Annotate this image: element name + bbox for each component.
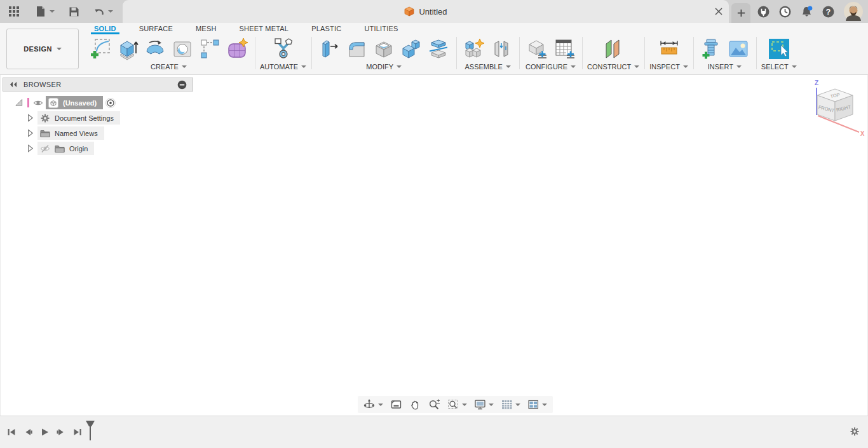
- notifications-button[interactable]: [801, 6, 813, 18]
- split-body-button[interactable]: [426, 36, 451, 62]
- step-back-button[interactable]: [23, 427, 32, 437]
- browser-row-root-component[interactable]: (Unsaved): [3, 96, 193, 109]
- pan-button[interactable]: [406, 396, 424, 413]
- automate-button[interactable]: [271, 36, 296, 62]
- visibility-off-eye-icon[interactable]: [40, 144, 50, 154]
- display-settings-icon: [474, 398, 486, 411]
- dropdown-caret-icon: [378, 404, 383, 406]
- selection-bar: [27, 98, 29, 107]
- browser-item-label: Origin: [69, 145, 88, 153]
- group-select: SELECT: [756, 34, 802, 74]
- offset-plane-button[interactable]: [600, 36, 626, 62]
- browser-row-named-views[interactable]: Named Views: [3, 126, 193, 140]
- minus-circle-icon[interactable]: [177, 80, 187, 90]
- extensions-button[interactable]: [757, 6, 770, 18]
- fillet-button[interactable]: [344, 36, 369, 62]
- save-button[interactable]: [64, 0, 84, 23]
- collapse-double-chevron-icon[interactable]: [9, 80, 18, 89]
- timeline-settings-button[interactable]: [850, 426, 860, 439]
- pan-hand-icon: [409, 398, 421, 411]
- create-form-button[interactable]: [224, 36, 250, 62]
- select-button[interactable]: [766, 36, 792, 62]
- tab-mesh[interactable]: MESH: [184, 23, 228, 34]
- new-tab-button[interactable]: [731, 3, 750, 23]
- document-tab[interactable]: Untitled: [123, 0, 729, 23]
- group-label-modify[interactable]: MODIFY: [366, 63, 402, 71]
- orbit-button[interactable]: [360, 396, 386, 413]
- dropdown-caret-icon: [515, 404, 520, 406]
- dropdown-caret-icon: [736, 65, 742, 68]
- workspace-label: DESIGN: [24, 45, 52, 53]
- grid-icon: [501, 398, 513, 411]
- combine-button[interactable]: [398, 36, 424, 62]
- rectangular-pattern-button[interactable]: [197, 36, 222, 62]
- root-component-chip[interactable]: (Unsaved): [46, 96, 103, 109]
- new-component-button[interactable]: [461, 36, 487, 62]
- revolve-button[interactable]: [142, 36, 168, 62]
- collapsed-triangle-icon[interactable]: [25, 113, 35, 123]
- extrude-button[interactable]: [115, 36, 140, 62]
- collapsed-triangle-icon[interactable]: [25, 128, 35, 138]
- job-status-button[interactable]: [779, 6, 791, 18]
- dropdown-caret-icon: [301, 65, 306, 68]
- activate-radio-icon[interactable]: [105, 98, 116, 108]
- measure-button[interactable]: [656, 36, 682, 62]
- ribbon: DESIGN SOLID SURFACE MESH SHEET METAL PL…: [0, 23, 868, 75]
- zoom-button[interactable]: [425, 396, 444, 413]
- browser-header: BROWSER: [3, 78, 193, 92]
- hole-button[interactable]: [170, 36, 195, 62]
- group-label-select[interactable]: SELECT: [761, 63, 797, 71]
- tab-solid[interactable]: SOLID: [83, 23, 128, 34]
- account-avatar[interactable]: [844, 2, 863, 21]
- group-label-configure[interactable]: CONFIGURE: [526, 63, 576, 71]
- tab-surface[interactable]: SURFACE: [128, 23, 184, 34]
- browser-row-origin[interactable]: Origin: [3, 142, 193, 155]
- create-sketch-button[interactable]: [88, 36, 113, 62]
- app-grid-button[interactable]: [4, 0, 24, 23]
- display-settings-button[interactable]: [471, 396, 497, 413]
- playhead-flag: [86, 421, 95, 426]
- group-label-assemble[interactable]: ASSEMBLE: [465, 63, 510, 71]
- group-label-construct[interactable]: CONSTRUCT: [587, 63, 639, 71]
- joint-icon: [490, 37, 513, 60]
- help-button[interactable]: ?: [822, 6, 834, 18]
- configuration-button[interactable]: [524, 36, 550, 62]
- collapsed-triangle-icon[interactable]: [25, 144, 35, 153]
- group-label-inspect[interactable]: INSPECT: [649, 63, 688, 71]
- zoom-window-fit-button[interactable]: [444, 396, 470, 413]
- shell-icon: [372, 37, 395, 60]
- configuration-table-button[interactable]: [552, 36, 577, 62]
- tab-utilities[interactable]: UTILITIES: [353, 23, 409, 34]
- press-pull-button[interactable]: [316, 36, 342, 62]
- close-tab-button[interactable]: [715, 8, 722, 15]
- tab-plastic[interactable]: PLASTIC: [300, 23, 353, 34]
- dropdown-caret-icon: [542, 404, 547, 406]
- visibility-eye-icon[interactable]: [33, 98, 43, 108]
- insert-fastener-button[interactable]: [698, 36, 724, 62]
- document-tab-title: Untitled: [419, 7, 447, 17]
- clock-icon: [779, 6, 791, 18]
- expanded-triangle-icon[interactable]: [14, 98, 24, 107]
- workspace-selector[interactable]: DESIGN: [6, 29, 79, 69]
- file-menu-button[interactable]: [31, 0, 59, 23]
- shell-button[interactable]: [371, 36, 397, 62]
- go-to-end-button[interactable]: [72, 427, 82, 437]
- dropdown-caret-icon: [108, 10, 113, 13]
- browser-row-document-settings[interactable]: Document Settings: [3, 111, 193, 125]
- viewports-button[interactable]: [524, 396, 550, 413]
- step-forward-button[interactable]: [56, 427, 65, 437]
- group-label-automate[interactable]: AUTOMATE: [260, 63, 306, 71]
- timeline-playhead[interactable]: [86, 421, 95, 440]
- grid-and-snaps-button[interactable]: [498, 396, 524, 413]
- viewcube[interactable]: TOP FRONT RIGHT Z X: [798, 79, 865, 140]
- group-label-create[interactable]: CREATE: [151, 63, 187, 71]
- joint-button[interactable]: [489, 36, 514, 62]
- canvas-button[interactable]: [726, 36, 751, 62]
- folder-icon: [55, 144, 65, 154]
- play-button[interactable]: [39, 427, 49, 437]
- tab-sheet-metal[interactable]: SHEET METAL: [228, 23, 301, 34]
- undo-button[interactable]: [89, 0, 118, 23]
- group-label-insert[interactable]: INSERT: [708, 63, 742, 71]
- go-to-start-button[interactable]: [6, 427, 16, 437]
- look-at-button[interactable]: [387, 396, 405, 413]
